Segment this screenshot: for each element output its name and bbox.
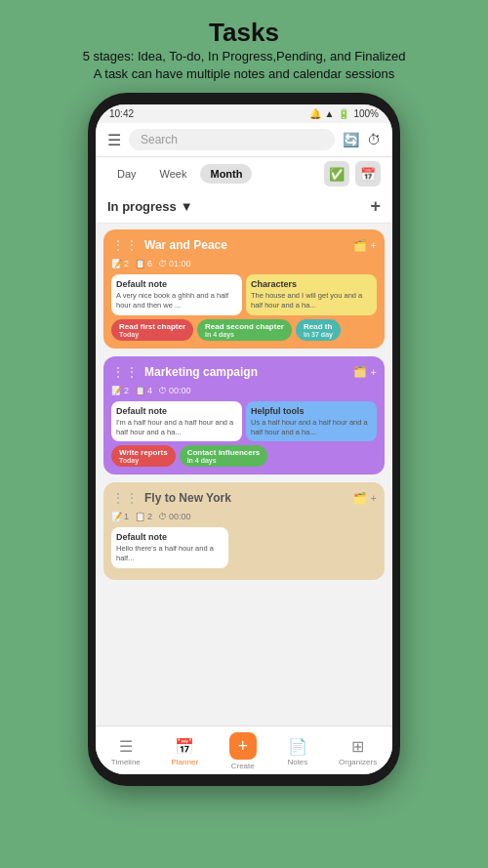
task-header-war-peace: ⋮⋮ War and Peace 🗂️ + [111,237,377,253]
session-contact-influencers[interactable]: Contact influencers In 4 days [180,445,268,467]
page-title: Tasks [83,18,406,48]
copy-icon-m[interactable]: 🗂️ [353,365,367,378]
timeline-icon: ☰ [119,737,133,756]
notes-count-wp: 📝 2 [111,259,129,269]
drag-handle-icon: ⋮⋮ [111,237,139,253]
nav-notes[interactable]: 📄 Notes [287,737,307,766]
phone-device: 10:42 🔔 ▲ 🔋 100% ☰ Search 🔄 ⏱ Day Week M… [88,93,400,786]
note-default-ny[interactable]: Default note Hello there's a half hour a… [111,527,228,568]
tab-month[interactable]: Month [200,164,252,184]
task-add-icon-m[interactable]: + [371,366,377,378]
calendar-action-btn[interactable]: 📅 [355,161,381,186]
copy-icon-ny[interactable]: 🗂️ [353,492,367,505]
task-title-war-peace: War and Peace [144,238,347,252]
battery-icon: 🔋 [338,108,349,119]
session-read-second[interactable]: Read second chapter In 4 days [197,319,292,341]
notes-count-ny: 📝 1 [111,512,129,521]
signal-icon: 🔔 [309,108,321,119]
note-default-m[interactable]: Default note I'm a half hour and a half … [111,401,242,442]
timer-icon[interactable]: ⏱ [367,132,381,147]
notes-row-m: Default note I'm a half hour and a half … [111,401,377,442]
time-wp: ⏱ 01:00 [158,259,191,269]
time-m: ⏱ 00:00 [158,386,191,395]
sessions-count-ny: 📋 2 [135,512,152,521]
task-header-new-york: ⋮⋮ Fly to New York 🗂️ + [111,490,377,506]
task-header-icons-ny: 🗂️ + [353,492,377,505]
note-helpful-tools[interactable]: Helpful tools Us a half hour and a half … [246,401,377,442]
session-write-reports[interactable]: Write reports Today [111,445,176,467]
view-actions: ✅ 📅 [324,161,381,186]
sessions-row-wp: Read first chapter Today Read second cha… [111,319,377,341]
view-tabs: Day Week Month ✅ 📅 [96,157,392,192]
task-meta-new-york: 📝 1 📋 2 ⏱ 00:00 [111,512,377,521]
task-add-icon-ny[interactable]: + [371,492,377,504]
status-time: 10:42 [109,108,134,119]
dropdown-icon: ▼ [181,199,193,214]
task-title-new-york: Fly to New York [144,491,347,505]
time-ny: ⏱ 00:00 [158,512,191,521]
status-icons: 🔔 ▲ 🔋 100% [309,108,379,119]
task-header-marketing: ⋮⋮ Marketing campaign 🗂️ + [111,364,377,380]
notes-row-ny: Default note Hello there's a half hour a… [111,527,377,568]
planner-icon: 📅 [175,737,194,756]
status-bar: 10:42 🔔 ▲ 🔋 100% [96,104,392,123]
nav-create[interactable]: + Create [229,732,257,770]
tasks-list: ⋮⋮ War and Peace 🗂️ + 📝 2 📋 6 ⏱ 01:00 De… [96,224,392,725]
top-actions: 🔄 ⏱ [343,132,381,147]
tab-day[interactable]: Day [107,164,146,184]
drag-handle-icon-ny: ⋮⋮ [111,490,139,506]
top-bar: ☰ Search 🔄 ⏱ [96,123,392,157]
note-default-wp[interactable]: Default note A very nice book a ghhh and… [111,274,242,315]
task-header-icons-m: 🗂️ + [353,365,377,378]
refresh-icon[interactable]: 🔄 [343,132,359,147]
copy-icon[interactable]: 🗂️ [353,239,367,252]
nav-planner[interactable]: 📅 Planner [171,737,198,766]
battery-level: 100% [353,108,379,119]
nav-timeline[interactable]: ☰ Timeline [111,737,141,766]
sessions-count-wp: 📋 6 [135,259,152,269]
wifi-icon: ▲ [325,108,335,119]
sessions-row-m: Write reports Today Contact influencers … [111,445,377,467]
check-action-btn[interactable]: ✅ [324,161,349,186]
task-title-marketing: Marketing campaign [144,365,347,379]
notes-count-m: 📝 2 [111,386,129,395]
task-header-icons: 🗂️ + [353,239,377,252]
menu-icon[interactable]: ☰ [107,131,121,149]
drag-handle-icon-m: ⋮⋮ [111,364,139,380]
notes-icon: 📄 [288,737,307,756]
subtitle: 5 stages: Idea, To-do, In Progress,Pendi… [83,48,406,83]
task-card-new-york: ⋮⋮ Fly to New York 🗂️ + 📝 1 📋 2 ⏱ 00:00 … [103,482,385,580]
notes-row-wp: Default note A very nice book a ghhh and… [111,274,377,315]
filter-bar: In progress ▼ + [96,192,392,224]
bottom-nav: ☰ Timeline 📅 Planner + Create 📄 Notes ⊞ … [96,725,392,774]
organizers-icon: ⊞ [351,737,364,756]
sessions-count-m: 📋 4 [135,386,152,395]
note-characters-wp[interactable]: Characters The house and I will get you … [246,274,377,315]
session-read-first[interactable]: Read first chapter Today [111,319,193,341]
phone-screen: 10:42 🔔 ▲ 🔋 100% ☰ Search 🔄 ⏱ Day Week M… [96,104,392,774]
search-input[interactable]: Search [129,129,335,150]
task-card-marketing: ⋮⋮ Marketing campaign 🗂️ + 📝 2 📋 4 ⏱ 00:… [103,356,385,475]
task-meta-marketing: 📝 2 📋 4 ⏱ 00:00 [111,386,377,395]
create-icon: + [229,732,257,760]
tab-week[interactable]: Week [150,164,197,184]
task-card-war-peace: ⋮⋮ War and Peace 🗂️ + 📝 2 📋 6 ⏱ 01:00 De… [103,229,385,349]
task-add-icon[interactable]: + [371,239,377,251]
header: Tasks 5 stages: Idea, To-do, In Progress… [63,0,426,93]
filter-label[interactable]: In progress ▼ [107,199,193,214]
add-task-btn[interactable]: + [370,196,381,217]
task-meta-war-peace: 📝 2 📋 6 ⏱ 01:00 [111,259,377,269]
nav-organizers[interactable]: ⊞ Organizers [339,737,377,766]
session-read-third[interactable]: Read th In 37 day [296,319,341,341]
